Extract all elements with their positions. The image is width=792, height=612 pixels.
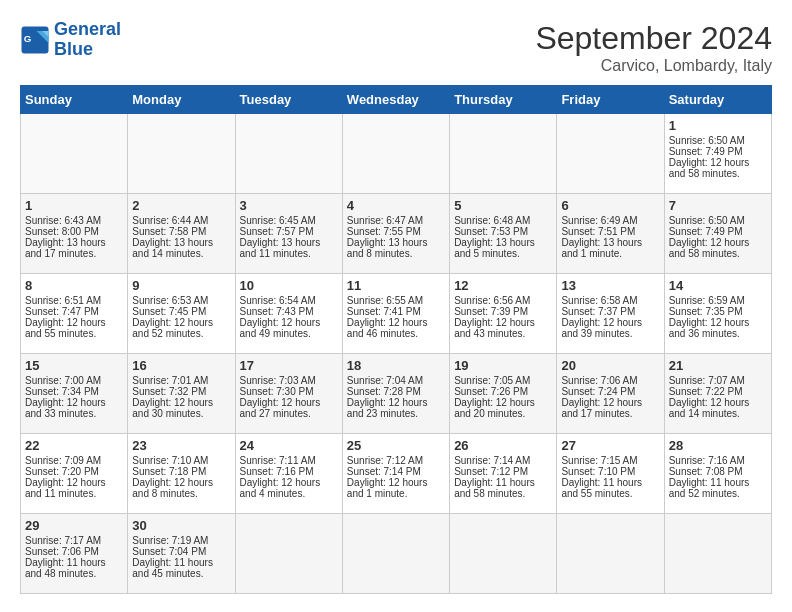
- sunrise: Sunrise: 7:07 AM: [669, 375, 767, 386]
- calendar-cell: 7Sunrise: 6:50 AMSunset: 7:49 PMDaylight…: [664, 194, 771, 274]
- daylight-hours: Daylight: 12 hours and 43 minutes.: [454, 317, 552, 339]
- calendar-cell: 2Sunrise: 6:44 AMSunset: 7:58 PMDaylight…: [128, 194, 235, 274]
- sunrise: Sunrise: 7:01 AM: [132, 375, 230, 386]
- daylight-hours: Daylight: 12 hours and 58 minutes.: [669, 237, 767, 259]
- page-header: G General Blue September 2024 Carvico, L…: [20, 20, 772, 75]
- column-header-wednesday: Wednesday: [342, 86, 449, 114]
- calendar-cell: 1Sunrise: 6:43 AMSunset: 8:00 PMDaylight…: [21, 194, 128, 274]
- column-header-friday: Friday: [557, 86, 664, 114]
- daylight-hours: Daylight: 12 hours and 30 minutes.: [132, 397, 230, 419]
- calendar-cell: 17Sunrise: 7:03 AMSunset: 7:30 PMDayligh…: [235, 354, 342, 434]
- daylight-hours: Daylight: 12 hours and 11 minutes.: [25, 477, 123, 499]
- sunrise: Sunrise: 7:10 AM: [132, 455, 230, 466]
- day-number: 4: [347, 198, 445, 213]
- daylight-hours: Daylight: 12 hours and 20 minutes.: [454, 397, 552, 419]
- sunrise: Sunrise: 6:47 AM: [347, 215, 445, 226]
- calendar-cell: 11Sunrise: 6:55 AMSunset: 7:41 PMDayligh…: [342, 274, 449, 354]
- sunrise: Sunrise: 6:44 AM: [132, 215, 230, 226]
- week-row-4: 15Sunrise: 7:00 AMSunset: 7:34 PMDayligh…: [21, 354, 772, 434]
- day-number: 23: [132, 438, 230, 453]
- day-number: 15: [25, 358, 123, 373]
- calendar-cell: 12Sunrise: 6:56 AMSunset: 7:39 PMDayligh…: [450, 274, 557, 354]
- sunset: Sunset: 7:14 PM: [347, 466, 445, 477]
- sunrise: Sunrise: 7:16 AM: [669, 455, 767, 466]
- sunset: Sunset: 7:32 PM: [132, 386, 230, 397]
- calendar-cell: 23Sunrise: 7:10 AMSunset: 7:18 PMDayligh…: [128, 434, 235, 514]
- daylight-hours: Daylight: 13 hours and 8 minutes.: [347, 237, 445, 259]
- svg-text:G: G: [24, 32, 32, 43]
- column-header-tuesday: Tuesday: [235, 86, 342, 114]
- calendar-cell: [342, 514, 449, 594]
- sunrise: Sunrise: 6:43 AM: [25, 215, 123, 226]
- calendar-cell: 4Sunrise: 6:47 AMSunset: 7:55 PMDaylight…: [342, 194, 449, 274]
- day-number: 1: [669, 118, 767, 133]
- daylight-hours: Daylight: 13 hours and 11 minutes.: [240, 237, 338, 259]
- sunset: Sunset: 7:37 PM: [561, 306, 659, 317]
- calendar-cell: [557, 514, 664, 594]
- calendar-cell: 14Sunrise: 6:59 AMSunset: 7:35 PMDayligh…: [664, 274, 771, 354]
- daylight-hours: Daylight: 12 hours and 8 minutes.: [132, 477, 230, 499]
- logo-icon: G: [20, 25, 50, 55]
- daylight-hours: Daylight: 12 hours and 33 minutes.: [25, 397, 123, 419]
- daylight-hours: Daylight: 11 hours and 58 minutes.: [454, 477, 552, 499]
- day-number: 14: [669, 278, 767, 293]
- calendar-cell: [557, 114, 664, 194]
- daylight-hours: Daylight: 12 hours and 55 minutes.: [25, 317, 123, 339]
- daylight-hours: Daylight: 13 hours and 5 minutes.: [454, 237, 552, 259]
- sunset: Sunset: 7:43 PM: [240, 306, 338, 317]
- sunrise: Sunrise: 6:56 AM: [454, 295, 552, 306]
- calendar-cell: 13Sunrise: 6:58 AMSunset: 7:37 PMDayligh…: [557, 274, 664, 354]
- day-number: 29: [25, 518, 123, 533]
- sunset: Sunset: 7:04 PM: [132, 546, 230, 557]
- calendar-cell: 27Sunrise: 7:15 AMSunset: 7:10 PMDayligh…: [557, 434, 664, 514]
- sunset: Sunset: 7:49 PM: [669, 226, 767, 237]
- daylight-hours: Daylight: 12 hours and 23 minutes.: [347, 397, 445, 419]
- daylight-hours: Daylight: 12 hours and 58 minutes.: [669, 157, 767, 179]
- sunrise: Sunrise: 6:49 AM: [561, 215, 659, 226]
- daylight-hours: Daylight: 13 hours and 17 minutes.: [25, 237, 123, 259]
- daylight-hours: Daylight: 11 hours and 52 minutes.: [669, 477, 767, 499]
- sunset: Sunset: 7:26 PM: [454, 386, 552, 397]
- day-number: 11: [347, 278, 445, 293]
- day-number: 21: [669, 358, 767, 373]
- calendar-cell: 16Sunrise: 7:01 AMSunset: 7:32 PMDayligh…: [128, 354, 235, 434]
- sunset: Sunset: 7:08 PM: [669, 466, 767, 477]
- sunset: Sunset: 7:49 PM: [669, 146, 767, 157]
- daylight-hours: Daylight: 12 hours and 39 minutes.: [561, 317, 659, 339]
- day-number: 8: [25, 278, 123, 293]
- sunset: Sunset: 7:34 PM: [25, 386, 123, 397]
- day-number: 9: [132, 278, 230, 293]
- sunset: Sunset: 7:45 PM: [132, 306, 230, 317]
- sunrise: Sunrise: 7:00 AM: [25, 375, 123, 386]
- calendar-cell: 18Sunrise: 7:04 AMSunset: 7:28 PMDayligh…: [342, 354, 449, 434]
- sunrise: Sunrise: 7:03 AM: [240, 375, 338, 386]
- sunrise: Sunrise: 6:51 AM: [25, 295, 123, 306]
- calendar-cell: 22Sunrise: 7:09 AMSunset: 7:20 PMDayligh…: [21, 434, 128, 514]
- daylight-hours: Daylight: 11 hours and 48 minutes.: [25, 557, 123, 579]
- calendar-cell: [342, 114, 449, 194]
- calendar-cell: 29Sunrise: 7:17 AMSunset: 7:06 PMDayligh…: [21, 514, 128, 594]
- sunrise: Sunrise: 7:17 AM: [25, 535, 123, 546]
- sunset: Sunset: 7:58 PM: [132, 226, 230, 237]
- day-number: 3: [240, 198, 338, 213]
- calendar-cell: [235, 114, 342, 194]
- calendar-cell: 15Sunrise: 7:00 AMSunset: 7:34 PMDayligh…: [21, 354, 128, 434]
- sunset: Sunset: 7:57 PM: [240, 226, 338, 237]
- calendar-cell: [664, 514, 771, 594]
- sunset: Sunset: 7:55 PM: [347, 226, 445, 237]
- sunset: Sunset: 7:20 PM: [25, 466, 123, 477]
- day-number: 5: [454, 198, 552, 213]
- week-row-5: 22Sunrise: 7:09 AMSunset: 7:20 PMDayligh…: [21, 434, 772, 514]
- sunrise: Sunrise: 7:09 AM: [25, 455, 123, 466]
- sunset: Sunset: 7:18 PM: [132, 466, 230, 477]
- sunset: Sunset: 7:12 PM: [454, 466, 552, 477]
- calendar-cell: 21Sunrise: 7:07 AMSunset: 7:22 PMDayligh…: [664, 354, 771, 434]
- sunrise: Sunrise: 7:11 AM: [240, 455, 338, 466]
- calendar-cell: 26Sunrise: 7:14 AMSunset: 7:12 PMDayligh…: [450, 434, 557, 514]
- calendar-cell: 25Sunrise: 7:12 AMSunset: 7:14 PMDayligh…: [342, 434, 449, 514]
- logo-name: General Blue: [54, 20, 121, 60]
- month-title: September 2024: [535, 20, 772, 57]
- calendar-cell: 10Sunrise: 6:54 AMSunset: 7:43 PMDayligh…: [235, 274, 342, 354]
- sunrise: Sunrise: 6:58 AM: [561, 295, 659, 306]
- sunrise: Sunrise: 7:14 AM: [454, 455, 552, 466]
